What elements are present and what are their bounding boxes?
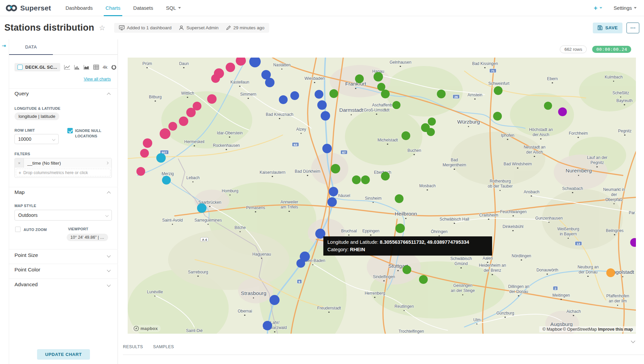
viewport-value[interactable]: 10° 24' 49.86" | … [67,234,108,241]
station-point-green[interactable] [381,172,390,180]
station-point-green[interactable] [428,118,436,126]
station-point-pink[interactable] [179,117,188,126]
station-point-cyan[interactable] [162,176,171,185]
map-section-title[interactable]: Map [14,189,25,195]
tab-data[interactable]: DATA [9,39,53,55]
station-point-pink[interactable] [160,128,170,139]
station-point-blue[interactable] [290,91,299,100]
bar-chart-icon[interactable] [74,65,80,70]
station-point-orange[interactable] [606,268,615,277]
last-modified-badge[interactable]: 29 minutes ago [226,25,264,30]
station-point-blue[interactable] [265,78,275,87]
station-point-pink[interactable] [226,63,235,72]
map-style-select[interactable]: Outdoors [14,210,112,221]
nav-item-datasets[interactable]: Datasets [127,0,160,16]
table-icon[interactable] [93,65,99,70]
collapse-results-button[interactable] [632,338,635,344]
lonlat-chip[interactable]: longitude | latitude [14,112,59,120]
ignore-null-checkbox[interactable] [67,128,73,133]
chevron-down-icon[interactable] [107,268,110,272]
station-point-green[interactable] [329,89,338,98]
owner-badge[interactable]: Superset Admin [179,25,218,30]
station-point-blue[interactable] [322,144,332,153]
map-style-label: MAP STYLE [14,204,36,208]
area-chart-icon[interactable] [84,65,90,70]
row-limit-select[interactable]: 10000 [14,134,59,144]
auto-zoom-checkbox[interactable] [15,227,21,232]
station-point-green[interactable] [352,175,361,184]
results-tab-samples[interactable]: SAMPLES [153,344,174,353]
station-point-purple[interactable] [558,107,567,116]
chevron-up-icon[interactable] [107,191,110,195]
filter-item[interactable]: × __time (No filter) [15,158,111,168]
new-item-button[interactable]: + [594,4,602,12]
nav-item-charts[interactable]: Charts [99,0,127,16]
results-tab-results[interactable]: RESULTS [123,344,143,353]
settings-menu[interactable]: Settings [614,5,637,11]
station-point-green[interactable] [381,90,390,98]
favorite-star-icon[interactable]: ☆ [99,24,105,32]
improve-map-link[interactable]: Improve this map [598,327,633,332]
view-all-charts-link[interactable]: View all charts [84,77,111,81]
chevron-down-icon[interactable] [107,283,110,287]
station-point-blue[interactable] [269,295,280,305]
nav-item-dashboards[interactable]: Dashboards [59,0,99,16]
station-point-cyan[interactable] [197,203,206,213]
viz-type-selected[interactable]: DECK.GL SC... [14,63,60,71]
station-point-pink[interactable] [207,94,217,104]
line-chart-icon[interactable] [64,65,70,70]
station-point-green[interactable] [355,74,364,83]
station-point-blue[interactable] [327,197,337,207]
station-point-pink[interactable] [186,108,196,117]
station-point-blue[interactable] [263,321,272,330]
station-point-green[interactable] [437,90,446,98]
dashboard-count-badge[interactable]: Added to 1 dashboard [119,25,172,30]
mapbox-logo[interactable]: mapbox [132,325,161,332]
save-button[interactable]: SAVE [593,23,622,33]
update-chart-button[interactable]: UPDATE CHART [37,349,90,360]
filter-drop-zone[interactable]: + Drop columns/metrics here or click [16,169,110,176]
station-point-green[interactable] [331,164,340,173]
station-point-green[interactable] [374,72,383,81]
ignore-null-label: IGNORE NULL LOCATIONS [75,128,110,139]
superset-logo[interactable]: Superset [5,3,51,13]
station-point-blue[interactable] [317,100,327,110]
section-advanced[interactable]: Advanced [14,282,38,288]
remove-filter-icon[interactable]: × [15,158,24,168]
station-point-blue[interactable] [279,95,288,104]
station-point-blue[interactable] [321,111,330,121]
more-options-button[interactable]: ⋯ [626,23,639,33]
station-point-pink[interactable] [143,138,152,148]
deckgl-map[interactable]: PrümDaunNastättenGelnhausenBad Kissingen… [128,58,636,334]
station-point-cyan[interactable] [156,153,166,163]
station-point-green[interactable] [395,224,405,233]
station-point-blue[interactable] [315,90,323,99]
query-section-title[interactable]: Query [14,91,29,97]
station-point-green[interactable] [402,265,411,274]
chevron-up-icon[interactable] [107,93,110,96]
donut-chart-icon[interactable] [111,65,117,70]
station-point-green[interactable] [494,86,503,95]
section-point-size[interactable]: Point Size [14,252,38,258]
expand-panel-icon[interactable]: ⇥ [2,43,6,49]
station-point-pink[interactable] [136,167,145,176]
station-point-green[interactable] [392,101,400,109]
station-point-pink[interactable] [168,122,177,131]
station-point-green[interactable] [361,175,370,184]
osm-attribution-link[interactable]: © OpenStreetMap [563,327,597,332]
mapbox-attribution-link[interactable]: © Mapbox [542,327,561,332]
station-point-pink[interactable] [211,74,220,83]
station-point-blue[interactable] [329,187,338,196]
station-point-pink[interactable] [140,149,149,158]
station-point-blue[interactable] [296,259,305,268]
station-point-green[interactable] [401,131,410,140]
station-point-green[interactable] [544,102,552,110]
section-point-color[interactable]: Point Color [14,267,40,273]
station-point-green[interactable] [395,194,404,203]
station-point-green[interactable] [427,128,435,136]
station-point-green[interactable] [493,112,502,121]
viz-type-4k[interactable]: 4k [103,65,107,70]
nav-item-sql[interactable]: SQL [160,0,187,16]
station-point-green[interactable] [419,275,428,284]
chevron-down-icon[interactable] [107,254,110,257]
